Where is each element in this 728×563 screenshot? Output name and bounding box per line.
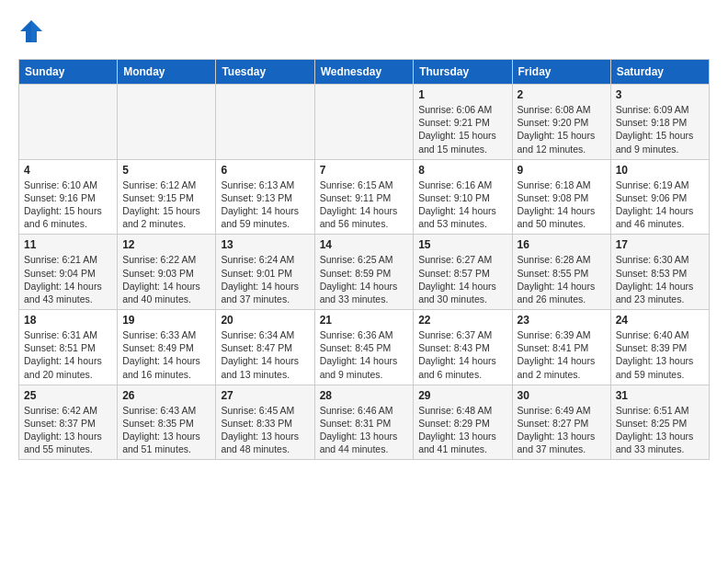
svg-marker-1 (31, 20, 42, 42)
calendar-cell: 3Sunrise: 6:09 AM Sunset: 9:18 PM Daylig… (610, 85, 709, 160)
calendar-cell: 26Sunrise: 6:43 AM Sunset: 8:35 PM Dayli… (118, 385, 216, 460)
calendar-cell (19, 85, 118, 160)
calendar-cell: 4Sunrise: 6:10 AM Sunset: 9:16 PM Daylig… (19, 159, 118, 235)
day-number: 13 (221, 238, 309, 251)
day-number: 15 (418, 238, 506, 251)
day-info: Sunrise: 6:49 AM Sunset: 8:27 PM Dayligh… (518, 404, 606, 456)
day-info: Sunrise: 6:40 AM Sunset: 8:39 PM Dayligh… (616, 328, 704, 381)
day-info: Sunrise: 6:19 AM Sunset: 9:06 PM Dayligh… (616, 178, 704, 231)
day-info: Sunrise: 6:33 AM Sunset: 8:49 PM Dayligh… (122, 328, 210, 381)
calendar-header-row: SundayMondayTuesdayWednesdayThursdayFrid… (19, 60, 710, 85)
day-info: Sunrise: 6:22 AM Sunset: 9:03 PM Dayligh… (122, 253, 210, 305)
calendar-cell: 8Sunrise: 6:16 AM Sunset: 9:10 PM Daylig… (414, 159, 512, 235)
day-number: 17 (616, 238, 704, 251)
calendar-cell: 16Sunrise: 6:28 AM Sunset: 8:55 PM Dayli… (512, 235, 610, 310)
day-info: Sunrise: 6:27 AM Sunset: 8:57 PM Dayligh… (418, 253, 506, 305)
day-info: Sunrise: 6:18 AM Sunset: 9:08 PM Dayligh… (518, 178, 606, 231)
calendar-cell: 13Sunrise: 6:24 AM Sunset: 9:01 PM Dayli… (216, 235, 314, 310)
calendar-cell: 7Sunrise: 6:15 AM Sunset: 9:11 PM Daylig… (314, 159, 414, 235)
logo (18, 18, 48, 44)
day-number: 25 (24, 389, 112, 402)
day-info: Sunrise: 6:15 AM Sunset: 9:11 PM Dayligh… (320, 178, 409, 231)
day-info: Sunrise: 6:21 AM Sunset: 9:04 PM Dayligh… (24, 253, 112, 305)
day-number: 18 (24, 314, 112, 327)
calendar-cell: 27Sunrise: 6:45 AM Sunset: 8:33 PM Dayli… (216, 385, 314, 460)
calendar-cell: 21Sunrise: 6:36 AM Sunset: 8:45 PM Dayli… (314, 310, 414, 385)
day-info: Sunrise: 6:39 AM Sunset: 8:41 PM Dayligh… (518, 328, 606, 381)
calendar-cell: 30Sunrise: 6:49 AM Sunset: 8:27 PM Dayli… (512, 385, 610, 460)
day-number: 8 (418, 164, 506, 177)
day-number: 6 (221, 164, 309, 177)
day-info: Sunrise: 6:25 AM Sunset: 8:59 PM Dayligh… (320, 253, 409, 305)
col-header-saturday: Saturday (610, 60, 709, 85)
day-number: 3 (616, 88, 704, 101)
calendar-week-2: 11Sunrise: 6:21 AM Sunset: 9:04 PM Dayli… (19, 235, 710, 310)
calendar-cell: 17Sunrise: 6:30 AM Sunset: 8:53 PM Dayli… (610, 235, 709, 310)
calendar-cell: 22Sunrise: 6:37 AM Sunset: 8:43 PM Dayli… (414, 310, 512, 385)
day-info: Sunrise: 6:08 AM Sunset: 9:20 PM Dayligh… (518, 103, 606, 155)
day-number: 21 (320, 314, 409, 327)
calendar-table: SundayMondayTuesdayWednesdayThursdayFrid… (18, 59, 710, 460)
day-info: Sunrise: 6:06 AM Sunset: 9:21 PM Dayligh… (418, 103, 506, 155)
page-header (18, 18, 710, 44)
day-number: 26 (122, 389, 210, 402)
day-number: 22 (418, 314, 506, 327)
day-number: 30 (518, 389, 606, 402)
day-info: Sunrise: 6:24 AM Sunset: 9:01 PM Dayligh… (221, 253, 309, 305)
day-number: 12 (122, 238, 210, 251)
day-number: 27 (221, 389, 309, 402)
day-number: 5 (122, 164, 210, 177)
day-info: Sunrise: 6:37 AM Sunset: 8:43 PM Dayligh… (418, 328, 506, 381)
logo-icon (18, 18, 44, 44)
day-number: 1 (418, 88, 506, 101)
day-number: 9 (518, 164, 606, 177)
day-number: 23 (518, 314, 606, 327)
calendar-cell: 14Sunrise: 6:25 AM Sunset: 8:59 PM Dayli… (314, 235, 414, 310)
day-number: 31 (616, 389, 704, 402)
col-header-sunday: Sunday (19, 60, 118, 85)
calendar-cell: 20Sunrise: 6:34 AM Sunset: 8:47 PM Dayli… (216, 310, 314, 385)
calendar-cell (216, 85, 314, 160)
calendar-cell: 29Sunrise: 6:48 AM Sunset: 8:29 PM Dayli… (414, 385, 512, 460)
day-number: 2 (518, 88, 606, 101)
day-number: 11 (24, 238, 112, 251)
day-number: 4 (24, 164, 112, 177)
day-number: 14 (320, 238, 409, 251)
day-info: Sunrise: 6:16 AM Sunset: 9:10 PM Dayligh… (418, 178, 506, 231)
day-info: Sunrise: 6:51 AM Sunset: 8:25 PM Dayligh… (616, 404, 704, 456)
calendar-week-1: 4Sunrise: 6:10 AM Sunset: 9:16 PM Daylig… (19, 159, 710, 235)
day-info: Sunrise: 6:31 AM Sunset: 8:51 PM Dayligh… (24, 328, 112, 381)
day-info: Sunrise: 6:43 AM Sunset: 8:35 PM Dayligh… (122, 404, 210, 456)
day-number: 28 (320, 389, 409, 402)
calendar-cell: 24Sunrise: 6:40 AM Sunset: 8:39 PM Dayli… (610, 310, 709, 385)
day-number: 10 (616, 164, 704, 177)
day-number: 29 (418, 389, 506, 402)
day-info: Sunrise: 6:10 AM Sunset: 9:16 PM Dayligh… (24, 178, 112, 231)
day-info: Sunrise: 6:13 AM Sunset: 9:13 PM Dayligh… (221, 178, 309, 231)
day-number: 16 (518, 238, 606, 251)
calendar-cell: 15Sunrise: 6:27 AM Sunset: 8:57 PM Dayli… (414, 235, 512, 310)
day-info: Sunrise: 6:36 AM Sunset: 8:45 PM Dayligh… (320, 328, 409, 381)
col-header-friday: Friday (512, 60, 610, 85)
day-info: Sunrise: 6:34 AM Sunset: 8:47 PM Dayligh… (221, 328, 309, 381)
calendar-week-0: 1Sunrise: 6:06 AM Sunset: 9:21 PM Daylig… (19, 85, 710, 160)
col-header-monday: Monday (118, 60, 216, 85)
calendar-cell: 23Sunrise: 6:39 AM Sunset: 8:41 PM Dayli… (512, 310, 610, 385)
calendar-cell: 12Sunrise: 6:22 AM Sunset: 9:03 PM Dayli… (118, 235, 216, 310)
calendar-cell: 1Sunrise: 6:06 AM Sunset: 9:21 PM Daylig… (414, 85, 512, 160)
calendar-cell: 28Sunrise: 6:46 AM Sunset: 8:31 PM Dayli… (314, 385, 414, 460)
day-info: Sunrise: 6:48 AM Sunset: 8:29 PM Dayligh… (418, 404, 506, 456)
col-header-wednesday: Wednesday (314, 60, 414, 85)
calendar-week-3: 18Sunrise: 6:31 AM Sunset: 8:51 PM Dayli… (19, 310, 710, 385)
day-number: 19 (122, 314, 210, 327)
calendar-cell: 11Sunrise: 6:21 AM Sunset: 9:04 PM Dayli… (19, 235, 118, 310)
day-number: 20 (221, 314, 309, 327)
day-info: Sunrise: 6:30 AM Sunset: 8:53 PM Dayligh… (616, 253, 704, 305)
calendar-cell: 2Sunrise: 6:08 AM Sunset: 9:20 PM Daylig… (512, 85, 610, 160)
calendar-week-4: 25Sunrise: 6:42 AM Sunset: 8:37 PM Dayli… (19, 385, 710, 460)
day-info: Sunrise: 6:12 AM Sunset: 9:15 PM Dayligh… (122, 178, 210, 231)
calendar-cell: 9Sunrise: 6:18 AM Sunset: 9:08 PM Daylig… (512, 159, 610, 235)
calendar-cell: 18Sunrise: 6:31 AM Sunset: 8:51 PM Dayli… (19, 310, 118, 385)
col-header-thursday: Thursday (414, 60, 512, 85)
calendar-cell: 19Sunrise: 6:33 AM Sunset: 8:49 PM Dayli… (118, 310, 216, 385)
